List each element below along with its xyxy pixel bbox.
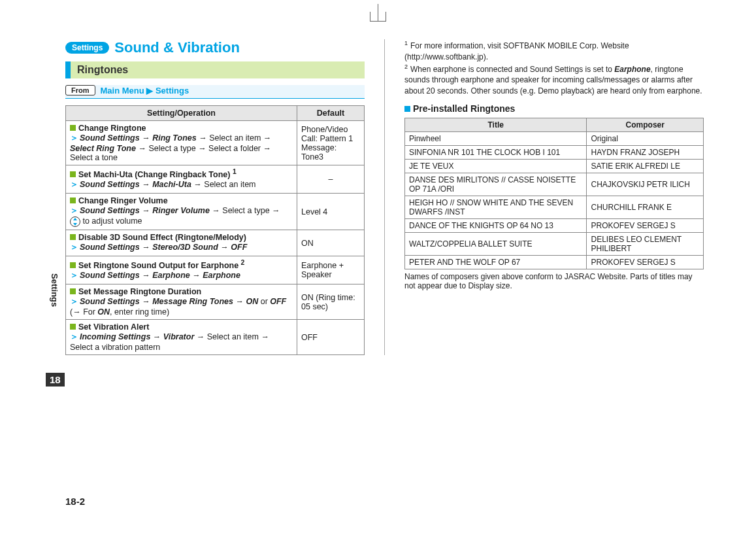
table-row: SINFONIA NR 101 THE CLOCK HOB I 101HAYDN…: [405, 145, 704, 159]
side-tab-number: 18: [46, 373, 65, 387]
chevron-right-icon: ＞: [70, 297, 78, 306]
dial-icon: [70, 216, 80, 227]
setting-cell: Change Ringtone＞Sound Settings → Ring To…: [66, 121, 297, 165]
page-title: Sound & Vibration: [114, 39, 239, 56]
col-header-default: Default: [297, 106, 365, 121]
square-icon: [70, 288, 76, 294]
left-column: Settings Sound & Vibration Ringtones Fro…: [65, 39, 365, 355]
chevron-right-icon: ▶: [146, 86, 153, 95]
footnote: 2When earphone is connected and Sound Se…: [404, 63, 704, 97]
col-header-composer: Composer: [587, 118, 704, 131]
table-row: Change Ringtone＞Sound Settings → Ring To…: [66, 121, 365, 165]
page-header: Settings Sound & Vibration: [65, 39, 365, 56]
setting-cell: Disable 3D Sound Effect (Ringtone/Melody…: [66, 230, 297, 256]
breadcrumb-item: Settings: [156, 86, 189, 95]
table-row: Disable 3D Sound Effect (Ringtone/Melody…: [66, 230, 365, 256]
table-row: Set Vibration Alert＞Incoming Settings → …: [66, 320, 365, 355]
default-cell: –: [297, 165, 365, 194]
subheader-text: Pre-installed Ringtones: [413, 103, 515, 114]
breadcrumb: From Main Menu ▶ Settings: [65, 85, 365, 99]
ringtones-note: Names of composers given above conform t…: [404, 272, 704, 290]
default-cell: Earphone + Speaker: [297, 256, 365, 284]
section-header: Ringtones: [65, 61, 365, 78]
ringtones-table: Title Composer PinwheelOriginalSINFONIA …: [404, 118, 704, 269]
square-icon: [70, 198, 76, 203]
from-badge: From: [65, 85, 95, 95]
footnote: 1For more information, visit SOFTBANK MO…: [404, 39, 704, 63]
subheader-preinstalled: Pre-installed Ringtones: [404, 103, 704, 114]
table-row: Set Message Ringtone Duration＞Sound Sett…: [66, 284, 365, 320]
col-header-operation: Setting/Operation: [66, 106, 297, 121]
square-icon: [70, 262, 76, 268]
chevron-right-icon: ＞: [70, 206, 78, 215]
setting-cell: Set Message Ringtone Duration＞Sound Sett…: [66, 284, 297, 320]
chevron-right-icon: ＞: [70, 271, 78, 280]
column-divider: [384, 39, 385, 355]
setting-cell: Set Machi-Uta (Change Ringback Tone) 1＞S…: [66, 165, 297, 194]
ringtone-composer: Original: [587, 131, 704, 145]
ringtone-composer: SATIE ERIK ALFREDI LE: [587, 159, 704, 173]
right-column: 1For more information, visit SOFTBANK MO…: [404, 39, 704, 355]
chevron-right-icon: ＞: [70, 332, 78, 341]
table-row: PinwheelOriginal: [405, 131, 704, 145]
table-row: PETER AND THE WOLF OP 67PROKOFEV SERGEJ …: [405, 255, 704, 269]
chevron-right-icon: ＞: [70, 180, 78, 189]
square-icon: [70, 125, 76, 131]
table-row: JE TE VEUXSATIE ERIK ALFREDI LE: [405, 159, 704, 173]
chevron-right-icon: ＞: [70, 243, 78, 252]
ringtone-title: DANCE OF THE KNIGHTS OP 64 NO 13: [405, 218, 587, 232]
default-cell: Level 4: [297, 194, 365, 230]
table-row: DANCE OF THE KNIGHTS OP 64 NO 13PROKOFEV…: [405, 218, 704, 232]
table-row: Set Machi-Uta (Change Ringback Tone) 1＞S…: [66, 165, 365, 194]
ringtone-title: PETER AND THE WOLF OP 67: [405, 255, 587, 269]
breadcrumb-item: Main Menu: [101, 86, 144, 95]
square-icon: [404, 106, 410, 112]
ringtone-title: DANSE DES MIRLITONS // CASSE NOISETTE OP…: [405, 173, 587, 196]
page-number: 18-2: [65, 496, 85, 507]
default-cell: ON: [297, 230, 365, 256]
table-row: DANSE DES MIRLITONS // CASSE NOISETTE OP…: [405, 173, 704, 196]
ringtone-composer: CHAJKOVSKIJ PETR ILICH: [587, 173, 704, 196]
col-header-title: Title: [405, 118, 587, 131]
square-icon: [70, 324, 76, 330]
setting-cell: Set Ringtone Sound Output for Earphone 2…: [66, 256, 297, 284]
ringtone-composer: CHURCHILL FRANK E: [587, 196, 704, 218]
chevron-right-icon: ＞: [70, 133, 78, 143]
table-row: Set Ringtone Sound Output for Earphone 2…: [66, 256, 365, 284]
ringtone-title: Pinwheel: [405, 131, 587, 145]
setting-cell: Change Ringer Volume＞Sound Settings → Ri…: [66, 194, 297, 230]
ringtone-composer: HAYDN FRANZ JOSEPH: [587, 145, 704, 159]
ringtone-title: WALTZ/COPPELIA BALLET SUITE: [405, 232, 587, 255]
footnotes: 1For more information, visit SOFTBANK MO…: [404, 39, 704, 97]
ringtone-composer: PROKOFEV SERGEJ S: [587, 255, 704, 269]
settings-table: Setting/Operation Default Change Rington…: [65, 105, 365, 355]
ringtone-composer: PROKOFEV SERGEJ S: [587, 218, 704, 232]
from-path: Main Menu ▶ Settings: [101, 86, 189, 95]
table-row: HEIGH HO // SNOW WHITE AND THE SEVEN DWA…: [405, 196, 704, 218]
default-cell: OFF: [297, 320, 365, 355]
default-cell: Phone/Video Call: Pattern 1Message: Tone…: [297, 121, 365, 165]
settings-badge: Settings: [65, 42, 109, 54]
default-cell: ON (Ring time: 05 sec): [297, 284, 365, 320]
square-icon: [70, 171, 76, 177]
table-row: Change Ringer Volume＞Sound Settings → Ri…: [66, 194, 365, 230]
ringtone-title: JE TE VEUX: [405, 159, 587, 173]
ringtone-title: HEIGH HO // SNOW WHITE AND THE SEVEN DWA…: [405, 196, 587, 218]
ringtone-title: SINFONIA NR 101 THE CLOCK HOB I 101: [405, 145, 587, 159]
table-row: WALTZ/COPPELIA BALLET SUITEDELIBES LEO C…: [405, 232, 704, 255]
ringtone-composer: DELIBES LEO CLEMENT PHILIBERT: [587, 232, 704, 255]
setting-cell: Set Vibration Alert＞Incoming Settings → …: [66, 320, 297, 355]
page-content: Settings Sound & Vibration Ringtones Fro…: [0, 0, 756, 368]
side-tab-label: Settings: [50, 273, 59, 307]
square-icon: [70, 234, 76, 240]
